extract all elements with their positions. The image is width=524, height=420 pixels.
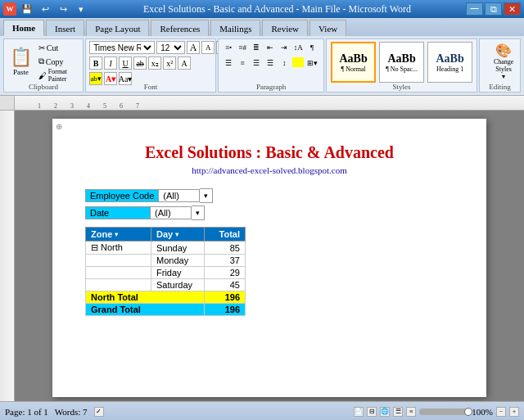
view-web-icon[interactable]: 🌐 — [380, 407, 390, 417]
total-header[interactable]: Total — [205, 228, 246, 242]
paste-label: Paste — [13, 68, 29, 76]
font-group: Times New Roman 12 A A ✕ B I U ab x₂ x² — [85, 38, 216, 93]
tab-insert[interactable]: Insert — [46, 20, 84, 36]
editing-group: 🎨 ChangeStyles ▾ Editing — [479, 38, 521, 93]
view-outline-icon[interactable]: ☰ — [393, 407, 403, 417]
zone-cell — [86, 255, 151, 267]
move-handle[interactable]: ⊕ — [56, 122, 62, 131]
paragraph-label: Paragraph — [219, 83, 323, 91]
view-draft-icon[interactable]: ≡ — [406, 407, 416, 417]
paste-button[interactable]: 📋 Paste — [7, 41, 34, 84]
table-row: Monday 37 — [86, 255, 246, 267]
style-no-spacing-preview: AaBb — [388, 52, 416, 65]
change-styles-icon: 🎨 — [495, 43, 512, 58]
app-icon: W — [3, 2, 16, 16]
align-left-button[interactable]: ☰ — [222, 56, 235, 70]
title-bar: W 💾 ↩ ↪ ▾ Excel Solutions - Basic and Ad… — [0, 0, 524, 18]
tab-review[interactable]: Review — [262, 20, 308, 36]
style-no-spacing[interactable]: AaBb ¶ No Spac... — [379, 42, 424, 83]
tab-references[interactable]: References — [151, 20, 209, 36]
subscript-button[interactable]: x₂ — [148, 56, 161, 70]
table-row: Friday 29 — [86, 267, 246, 279]
close-button[interactable]: ✕ — [504, 2, 521, 16]
tab-view[interactable]: View — [309, 20, 346, 36]
cut-icon: ✂ — [38, 43, 45, 52]
sort-button[interactable]: ↕A — [291, 41, 305, 54]
copy-button[interactable]: ⧉ Copy — [36, 55, 79, 68]
format-painter-button[interactable]: 🖌 Format Painter — [36, 69, 79, 82]
zone-cell — [86, 267, 151, 279]
increase-indent-button[interactable]: ⇥ — [278, 41, 291, 54]
justify-button[interactable]: ☰ — [264, 56, 277, 70]
document-url: http://advanced-excel-solved.blogspot.co… — [85, 165, 454, 175]
minimize-button[interactable]: ─ — [466, 2, 483, 16]
line-spacing-button[interactable]: ↕ — [278, 56, 291, 70]
save-button[interactable]: 💾 — [20, 2, 34, 16]
grand-total-row: Grand Total 196 — [86, 304, 246, 316]
tab-mailings[interactable]: Mailings — [210, 20, 260, 36]
superscript-button[interactable]: x² — [163, 56, 176, 70]
date-filter: Date (All) ▾ — [85, 205, 454, 220]
filter-area: Employee Code (All) ▾ Date (All) ▾ — [85, 188, 454, 220]
bold-button[interactable]: B — [89, 56, 102, 70]
style-no-spacing-name: ¶ No Spac... — [386, 65, 418, 73]
cut-button[interactable]: ✂ Cut — [36, 41, 79, 54]
multilevel-button[interactable]: ≣ — [250, 41, 263, 54]
ribbon-tab-bar: Home Insert Page Layout References Maili… — [0, 18, 524, 36]
zoom-out-button[interactable]: − — [496, 407, 506, 417]
show-hide-button[interactable]: ¶ — [305, 41, 318, 54]
table-row: ⊟ North Sunday 85 — [86, 242, 246, 255]
copy-icon: ⧉ — [38, 56, 44, 66]
employee-code-dropdown[interactable]: ▾ — [200, 188, 213, 203]
grand-total-label: Grand Total — [86, 304, 205, 316]
tab-page-layout[interactable]: Page Layout — [86, 20, 149, 36]
style-normal[interactable]: AaBb ¶ Normal — [331, 42, 376, 83]
view-full-screen-icon[interactable]: ⊟ — [367, 407, 377, 417]
date-dropdown[interactable]: ▾ — [192, 205, 205, 220]
align-center-button[interactable]: ≡ — [236, 56, 249, 70]
day-header[interactable]: Day ▾ — [151, 228, 205, 242]
employee-code-value: (All) — [159, 189, 200, 202]
date-value: (All) — [151, 206, 192, 219]
strikethrough-button[interactable]: ab — [133, 56, 147, 70]
text-effect-button[interactable]: A — [178, 56, 191, 70]
zoom-in-button[interactable]: + — [509, 407, 519, 417]
clipboard-group: 📋 Paste ✂ Cut ⧉ Copy 🖌 Format Painter Cl… — [3, 38, 84, 93]
underline-button[interactable]: U — [119, 56, 132, 70]
border-button[interactable]: ⊞▾ — [305, 56, 318, 70]
font-name-select[interactable]: Times New Roman — [89, 41, 155, 54]
zone-header[interactable]: Zone ▾ — [86, 228, 151, 242]
zone-cell — [86, 279, 151, 291]
align-right-button[interactable]: ☰ — [250, 56, 263, 70]
style-normal-preview: AaBb — [340, 52, 368, 65]
day-cell: Saturday — [151, 279, 205, 291]
ruler-corner — [0, 96, 15, 111]
employee-code-filter: Employee Code (All) ▾ — [85, 188, 454, 203]
undo-button[interactable]: ↩ — [38, 2, 52, 16]
zoom-slider[interactable] — [419, 409, 468, 415]
customize-button[interactable]: ▾ — [74, 2, 88, 16]
font-size-select[interactable]: 12 — [156, 41, 185, 54]
spell-check-indicator[interactable]: ✓ — [94, 407, 104, 417]
bullets-button[interactable]: ≡• — [222, 41, 235, 54]
shrink-font-button[interactable]: A — [201, 41, 215, 54]
scroll-area[interactable]: ⊕ Excel Solutions : Basic & Advanced htt… — [15, 111, 524, 401]
style-heading1[interactable]: AaBb Heading 1 — [427, 42, 472, 83]
view-print-icon[interactable]: 📄 — [354, 407, 364, 417]
numbering-button[interactable]: ≡# — [236, 41, 249, 54]
tab-home[interactable]: Home — [3, 20, 44, 36]
total-cell: 85 — [205, 242, 246, 255]
restore-button[interactable]: ⧉ — [485, 2, 502, 16]
italic-button[interactable]: I — [104, 56, 117, 70]
document-page: ⊕ Excel Solutions : Basic & Advanced htt… — [52, 119, 486, 397]
grow-font-button[interactable]: A — [187, 41, 200, 54]
zoom-level: 100% — [472, 407, 493, 417]
shading-button[interactable] — [292, 57, 304, 67]
decrease-indent-button[interactable]: ⇤ — [264, 41, 277, 54]
total-cell: 45 — [205, 279, 246, 291]
redo-button[interactable]: ↪ — [56, 2, 70, 16]
document-title: Excel Solutions : Basic & Advanced — [85, 143, 454, 162]
clipboard-label: Clipboard — [4, 83, 83, 91]
change-styles-button[interactable]: 🎨 ChangeStyles ▾ — [483, 41, 524, 82]
vertical-ruler — [0, 111, 15, 401]
